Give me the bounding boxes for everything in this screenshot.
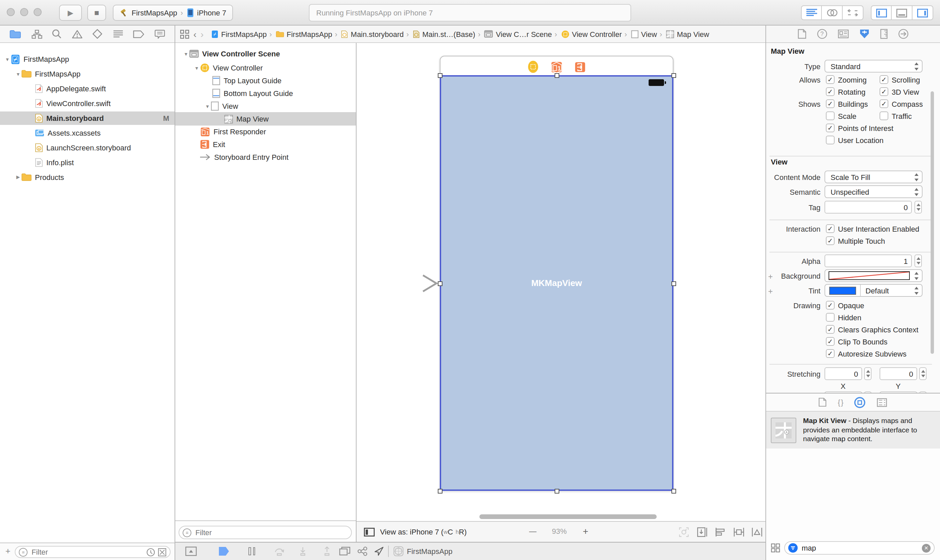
rotating-checkbox[interactable]: ✓ bbox=[826, 87, 835, 96]
clip-to-bounds-checkbox[interactable]: ✓ bbox=[826, 337, 835, 346]
breadcrumb-storyboard-base[interactable]: Main.st…(Base)› bbox=[413, 30, 480, 38]
content-mode-dropdown[interactable]: Scale To Fill bbox=[825, 171, 923, 183]
issue-navigator-icon[interactable] bbox=[71, 29, 82, 38]
add-file-button[interactable]: + bbox=[5, 546, 11, 556]
library-filter-input[interactable] bbox=[800, 543, 919, 552]
storyboard-canvas[interactable]: 1 MKMapView bbox=[356, 43, 765, 521]
compass-checkbox[interactable]: ✓ bbox=[880, 99, 888, 108]
stop-button[interactable]: ■ bbox=[87, 5, 106, 21]
outline-row-map-view[interactable]: Map View bbox=[175, 112, 356, 126]
memory-graph-button[interactable] bbox=[357, 546, 368, 556]
project-navigator-icon[interactable] bbox=[9, 29, 22, 38]
tint-control[interactable]: Default bbox=[825, 284, 923, 297]
navigator-row-infoplist[interactable]: Info.plist bbox=[0, 156, 175, 169]
media-library-tab[interactable] bbox=[877, 398, 887, 406]
update-frames-button[interactable] bbox=[679, 527, 689, 537]
toggle-inspector-button[interactable] bbox=[912, 5, 933, 20]
stretching-y-stepper[interactable] bbox=[919, 367, 926, 380]
debug-view-hierarchy-button[interactable] bbox=[339, 546, 351, 556]
resize-handle-top-left[interactable] bbox=[437, 73, 442, 78]
toggle-debug-area-button[interactable] bbox=[892, 5, 912, 20]
run-button[interactable]: ▶ bbox=[59, 5, 82, 21]
breakpoint-navigator-icon[interactable] bbox=[133, 30, 145, 38]
points-of-interest-checkbox[interactable]: ✓ bbox=[826, 123, 835, 132]
minimize-window-button[interactable] bbox=[20, 8, 28, 16]
disclosure-open-icon[interactable]: ▼ bbox=[183, 51, 189, 56]
breadcrumb-view[interactable]: View› bbox=[631, 30, 662, 38]
breadcrumb-scene[interactable]: View C…r Scene› bbox=[485, 30, 557, 38]
object-library-tab[interactable] bbox=[854, 397, 865, 408]
canvas-horizontal-scrollbar[interactable] bbox=[479, 514, 657, 519]
embed-in-stack-button[interactable] bbox=[697, 527, 708, 537]
first-responder-icon[interactable]: 1 bbox=[551, 61, 563, 73]
breadcrumb-group[interactable]: FirstMapsApp› bbox=[276, 30, 337, 38]
breadcrumb-map-view[interactable]: Map View bbox=[666, 30, 709, 38]
version-editor-button[interactable] bbox=[843, 5, 863, 20]
disclosure-open-icon[interactable]: ▼ bbox=[204, 104, 211, 108]
stretching-x-field[interactable]: 0 bbox=[825, 367, 862, 380]
grid-view-toggle-icon[interactable] bbox=[771, 543, 780, 552]
navigator-row-assets[interactable]: Assets.xcassets bbox=[0, 126, 175, 140]
tag-stepper[interactable] bbox=[914, 201, 922, 214]
report-navigator-icon[interactable] bbox=[154, 29, 165, 38]
outline-row-scene[interactable]: ▼ View Controller Scene bbox=[175, 47, 356, 60]
test-navigator-icon[interactable] bbox=[92, 29, 103, 39]
toggle-navigator-button[interactable] bbox=[871, 5, 892, 20]
identity-inspector-tab[interactable] bbox=[838, 29, 848, 38]
running-process-label[interactable]: FirstMapsApp bbox=[407, 547, 452, 555]
outline-row-bottom-layout-guide[interactable]: Bottom Layout Guide bbox=[175, 87, 356, 100]
standard-editor-button[interactable] bbox=[801, 5, 822, 20]
close-window-button[interactable] bbox=[7, 8, 15, 16]
forward-button[interactable]: › bbox=[200, 29, 203, 39]
stretching-x-stepper[interactable] bbox=[864, 367, 872, 380]
alpha-field[interactable]: 1 bbox=[825, 254, 912, 267]
pin-constraints-button[interactable] bbox=[733, 527, 745, 537]
user-location-checkbox[interactable] bbox=[826, 135, 835, 145]
navigator-divider[interactable] bbox=[175, 26, 175, 560]
multiple-touch-checkbox[interactable]: ✓ bbox=[826, 236, 835, 245]
assistant-editor-button[interactable] bbox=[822, 5, 843, 20]
clear-filter-button[interactable]: ✕ bbox=[922, 543, 931, 552]
traffic-checkbox[interactable] bbox=[880, 111, 888, 120]
outline-row-top-layout-guide[interactable]: Top Layout Guide bbox=[175, 74, 356, 87]
align-button[interactable] bbox=[715, 527, 726, 537]
outline-filter-input[interactable] bbox=[194, 528, 348, 537]
device-config-icon[interactable] bbox=[364, 528, 375, 537]
alpha-stepper[interactable] bbox=[914, 254, 922, 267]
user-interaction-enabled-checkbox[interactable]: ✓ bbox=[826, 224, 835, 233]
breadcrumb-view-controller[interactable]: View Controller› bbox=[561, 30, 627, 38]
navigator-filter-input[interactable] bbox=[30, 547, 144, 557]
back-button[interactable]: ‹ bbox=[193, 29, 196, 39]
navigator-filter-field[interactable]: ≡ bbox=[15, 546, 171, 558]
step-out-button[interactable] bbox=[322, 546, 332, 556]
outline-row-first-responder[interactable]: 1 First Responder bbox=[175, 125, 356, 138]
zooming-checkbox[interactable]: ✓ bbox=[826, 75, 835, 84]
outline-row-view-controller[interactable]: ▼ View Controller bbox=[175, 61, 356, 75]
source-control-status-icon[interactable] bbox=[158, 548, 166, 556]
outline-filter-field[interactable]: ≡ bbox=[178, 526, 352, 539]
related-items-icon[interactable] bbox=[180, 29, 189, 38]
disclosure-open-icon[interactable]: ▼ bbox=[15, 72, 22, 76]
resolve-layout-issues-button[interactable] bbox=[751, 527, 763, 537]
symbol-navigator-icon[interactable] bbox=[31, 29, 42, 38]
navigator-row-launchscreen[interactable]: LaunchScreen.storyboard bbox=[0, 141, 175, 154]
quick-help-inspector-tab[interactable]: ? bbox=[817, 29, 827, 39]
disclosure-closed-icon[interactable]: ▶ bbox=[15, 175, 22, 180]
map-view-canvas-object[interactable]: MKMapView bbox=[440, 75, 674, 491]
navigator-row-products[interactable]: ▶ Products bbox=[0, 171, 175, 184]
background-color-well[interactable] bbox=[825, 269, 923, 282]
recent-files-icon[interactable] bbox=[146, 548, 155, 556]
view-controller-icon[interactable] bbox=[528, 60, 538, 73]
pause-button[interactable] bbox=[248, 547, 255, 555]
inspector-divider[interactable] bbox=[765, 26, 766, 560]
zoom-out-button[interactable]: — bbox=[529, 527, 537, 535]
resize-handle-bottom-center[interactable] bbox=[554, 488, 559, 493]
tint-color-swatch[interactable] bbox=[829, 286, 856, 294]
breakpoints-toggle-button[interactable] bbox=[219, 547, 229, 555]
step-over-button[interactable] bbox=[274, 546, 285, 556]
simulate-location-button[interactable] bbox=[374, 546, 384, 556]
code-snippet-library-tab[interactable]: { } bbox=[838, 398, 843, 406]
connections-inspector-tab[interactable] bbox=[898, 29, 908, 39]
hidden-checkbox[interactable] bbox=[826, 313, 835, 322]
debug-navigator-icon[interactable] bbox=[113, 29, 123, 38]
